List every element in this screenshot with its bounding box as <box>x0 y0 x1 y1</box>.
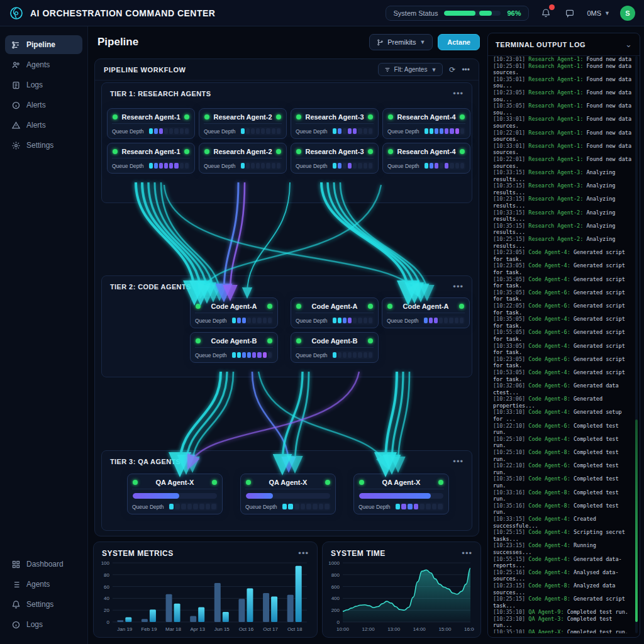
sidebar-item-alerts[interactable]: Alerts <box>5 116 82 135</box>
agent-name: Research Agent-1 <box>121 113 180 121</box>
agent-card-qa-agent-x[interactable]: QA Agent-XQueue Depth <box>127 474 223 514</box>
pipeline-icon <box>11 40 21 50</box>
agent-card-research-agent-2[interactable]: Research Agent-2Queue Depth <box>199 108 287 139</box>
sidebar-item-dashboard[interactable]: Dashboard <box>5 555 82 574</box>
more-icon[interactable]: ••• <box>453 89 464 98</box>
log-line: [10:22:05] Code Agent-6: Generated scrip… <box>493 303 633 316</box>
sidebar-item-logs[interactable]: Logs <box>5 75 82 94</box>
latency-dropdown[interactable]: 0MS ▼ <box>587 9 610 17</box>
agent-card-code-agent-a[interactable]: Code Agent-AQueue Depth <box>382 297 470 328</box>
sidebar-item-agents[interactable]: Agents <box>5 575 82 594</box>
sidebar-top-list: PipelineAgentsLogsAlertsAlertsSettings <box>5 35 82 156</box>
more-icon[interactable]: ••• <box>298 548 309 558</box>
sidebar-item-settings[interactable]: Settings <box>5 136 82 155</box>
queue-depth-bar <box>394 502 444 511</box>
status-dot <box>267 338 272 343</box>
agent-card-code-agent-b[interactable]: Code Agent-BQueue Depth <box>291 332 379 363</box>
queue-depth-bar <box>331 127 374 135</box>
agent-card-code-agent-a[interactable]: Code Agent-AQueue Depth <box>291 297 379 328</box>
agent-card-research-agent-2[interactable]: Research Agent-2Queue Depth <box>199 143 287 174</box>
status-dot <box>246 480 251 485</box>
run-button[interactable]: Actane <box>438 34 480 50</box>
log-line: [10:35:05] Code Agent-6: Generated scrip… <box>493 289 633 303</box>
queue-depth-label: Queue Depth <box>296 318 328 324</box>
agent-card-research-agent-4[interactable]: Research Agent-4Queue Depth <box>382 143 470 174</box>
queue-depth-bar <box>423 316 465 325</box>
svg-text:Mar 18: Mar 18 <box>165 626 181 632</box>
more-icon[interactable]: ••• <box>453 282 464 291</box>
status-dot <box>276 149 281 154</box>
workflow-header: PIPELINE WORKFLOW Flt: Agentes ▼ ⟳ ••• <box>95 59 479 80</box>
workflow-controls: Flt: Agentes ▼ ⟳ ••• <box>378 63 470 76</box>
queue-depth-label: Queue Depth <box>112 163 144 169</box>
svg-text:60: 60 <box>104 584 109 590</box>
page-title: Pipeline <box>97 36 138 48</box>
log-line: [10:23:01] Research Agent-1: Found new d… <box>493 56 633 63</box>
notification-badge <box>549 4 555 10</box>
status-dot <box>212 480 217 485</box>
svg-text:Jan 19: Jan 19 <box>117 626 133 632</box>
chevron-down-icon[interactable]: ⌄ <box>625 40 632 49</box>
workflow-title: PIPELINE WORKFLOW <box>104 66 186 74</box>
agent-card-code-agent-b[interactable]: Code Agent-BQueue Depth <box>190 332 278 363</box>
more-icon[interactable]: ••• <box>462 65 470 74</box>
agent-card-research-agent-3[interactable]: Research Agent-3Queue Depth <box>291 108 379 139</box>
sidebar-item-label: Dashboard <box>26 560 64 569</box>
queue-depth-label: Queue Depth <box>204 163 236 169</box>
status-dot <box>387 304 392 309</box>
agent-card-qa-agent-x[interactable]: QA Agent-XQueue Depth <box>353 474 449 514</box>
log-line: [10:23:06] Code Agent-8: Generated prope… <box>493 396 633 409</box>
agent-name: Code Agent-B <box>305 337 364 345</box>
queue-depth-bar <box>331 316 374 325</box>
log-line: [10:33:15] Code Agent-4: Created success… <box>493 516 633 529</box>
tier-1-title: TIER 1: RESEARCH AGENTS <box>110 90 211 97</box>
queue-depth-label: Queue Depth <box>387 163 419 169</box>
sidebar-item-logs[interactable]: Logs <box>5 615 82 634</box>
swirl-logo-icon <box>9 6 24 21</box>
queue-depth-bar <box>331 162 374 170</box>
log-line: [10:23:10] QA Agent-3: Completed test ru… <box>493 616 633 629</box>
svg-text:12:00: 12:00 <box>362 626 375 632</box>
presets-button[interactable]: Premikits ▼ <box>369 34 433 50</box>
svg-text:16:00: 16:00 <box>464 626 474 632</box>
status-dot <box>459 304 464 309</box>
agent-card-research-agent-4[interactable]: Research Agent-4Queue Depth <box>382 108 470 139</box>
terminal-scrollbar-thumb[interactable] <box>635 419 638 621</box>
sidebar-item-agents[interactable]: Agents <box>5 55 82 74</box>
svg-text:13:00: 13:00 <box>387 626 401 632</box>
agent-name: Research Agent-4 <box>397 113 456 121</box>
log-line: [10:25:15] Code Agent-4: Scripting secre… <box>493 529 633 542</box>
agent-card-qa-agent-x[interactable]: QA Agent-XQueue Depth <box>240 474 336 514</box>
dashboard-grid-icon <box>11 559 21 569</box>
agent-card-research-agent-1[interactable]: Research Agent-1Queue Depth <box>107 143 195 174</box>
svg-text:Oct 17: Oct 17 <box>263 626 278 632</box>
terminal-log[interactable]: [10:23:01] Research Agent-1: Found new d… <box>493 56 633 633</box>
app-root: AI ORCHESTRATION COMMAND CENTER System S… <box>0 0 644 644</box>
log-line: [10:23:05] Code Agent-4: Generated scrip… <box>493 249 633 262</box>
messages-button[interactable] <box>563 6 577 20</box>
queue-depth-label: Queue Depth <box>112 128 144 135</box>
sidebar-item-label: Logs <box>26 620 43 629</box>
sidebar-item-pipeline[interactable]: Pipeline <box>5 35 82 54</box>
log-line: [10:35:01] Research Agent-1: Found new d… <box>493 76 633 89</box>
more-icon[interactable]: ••• <box>462 548 472 558</box>
avatar[interactable]: S <box>620 6 635 21</box>
agents-filter-dropdown[interactable]: Flt: Agentes ▼ <box>378 63 443 76</box>
more-icon[interactable]: ••• <box>453 457 464 466</box>
svg-text:Apr 13: Apr 13 <box>190 626 205 632</box>
log-line: [10:55:15] Code Agent-4: Generated data-… <box>493 556 633 569</box>
refresh-icon[interactable]: ⟳ <box>449 65 455 74</box>
svg-text:Oct 18: Oct 18 <box>287 626 303 632</box>
terminal-scrollbar[interactable] <box>635 56 638 633</box>
chevron-down-icon: ▼ <box>419 39 425 45</box>
sidebar-item-settings[interactable]: Settings <box>5 595 82 614</box>
agent-progress-bar <box>133 493 217 499</box>
agent-card-research-agent-3[interactable]: Research Agent-3Queue Depth <box>291 143 379 174</box>
agent-card-research-agent-1[interactable]: Research Agent-1Queue Depth <box>107 108 195 139</box>
sidebar-item-alerts[interactable]: Alerts <box>5 96 82 114</box>
notifications-button[interactable] <box>539 6 553 20</box>
system-metrics-bar-chart: 020406080100Jan 19Feb 19Mar 18Apr 13Jun … <box>94 559 311 636</box>
log-line: [10:55:05] Code Agent-6: Generated scrip… <box>493 329 633 342</box>
status-dot <box>296 114 301 119</box>
agent-card-code-agent-a[interactable]: Code Agent-AQueue Depth <box>190 297 278 328</box>
